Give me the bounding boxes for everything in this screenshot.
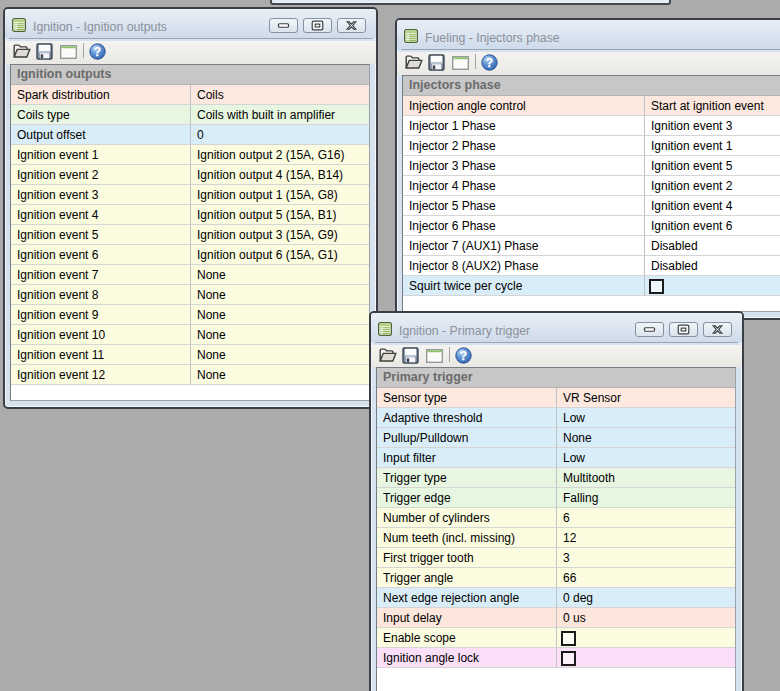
svg-text:?: ? [94, 45, 101, 59]
svg-text:?: ? [460, 349, 467, 363]
svg-text:?: ? [486, 56, 493, 70]
